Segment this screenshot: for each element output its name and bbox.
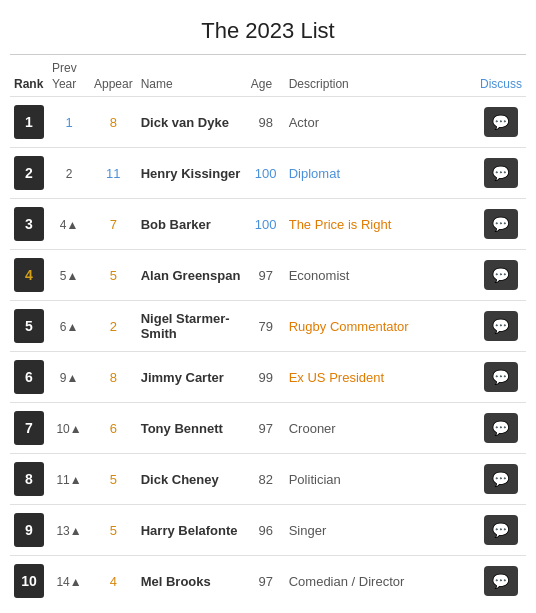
rank-cell-td: 3 <box>10 199 48 250</box>
discuss-cell: 💬 <box>476 454 526 505</box>
rank-badge: 6 <box>14 360 44 394</box>
discuss-button[interactable]: 💬 <box>484 515 518 545</box>
name-cell: Mel Brooks <box>137 556 247 607</box>
name-cell: Bob Barker <box>137 199 247 250</box>
age-cell: 97 <box>247 556 285 607</box>
table-row: 710▲6Tony Bennett97Crooner💬 <box>10 403 526 454</box>
discuss-cell: 💬 <box>476 97 526 148</box>
col-rank: Rank <box>10 55 48 97</box>
discuss-button[interactable]: 💬 <box>484 311 518 341</box>
main-table: Rank PrevYear Appear Name Age Descriptio… <box>10 55 526 606</box>
table-row: 811▲5Dick Cheney82Politician💬 <box>10 454 526 505</box>
prev-year-cell: 1 <box>48 97 90 148</box>
rank-badge: 5 <box>14 309 44 343</box>
discuss-button[interactable]: 💬 <box>484 566 518 596</box>
appear-cell: 2 <box>90 301 137 352</box>
discuss-button[interactable]: 💬 <box>484 362 518 392</box>
description-cell: Singer <box>285 505 476 556</box>
discuss-cell: 💬 <box>476 199 526 250</box>
table-container: Rank PrevYear Appear Name Age Descriptio… <box>0 55 536 606</box>
discuss-cell: 💬 <box>476 556 526 607</box>
appear-cell: 5 <box>90 250 137 301</box>
prev-year-cell: 10▲ <box>48 403 90 454</box>
rank-badge: 9 <box>14 513 44 547</box>
discuss-button[interactable]: 💬 <box>484 464 518 494</box>
prev-year-cell: 11▲ <box>48 454 90 505</box>
age-cell: 96 <box>247 505 285 556</box>
table-row: 69▲8Jimmy Carter99Ex US President💬 <box>10 352 526 403</box>
col-name: Name <box>137 55 247 97</box>
age-cell: 97 <box>247 403 285 454</box>
discuss-button[interactable]: 💬 <box>484 260 518 290</box>
description-cell: Actor <box>285 97 476 148</box>
name-cell: Dick Cheney <box>137 454 247 505</box>
name-cell: Harry Belafonte <box>137 505 247 556</box>
discuss-cell: 💬 <box>476 403 526 454</box>
rank-badge: 7 <box>14 411 44 445</box>
rank-cell-td: 4 <box>10 250 48 301</box>
appear-cell: 11 <box>90 148 137 199</box>
table-row: 913▲5Harry Belafonte96Singer💬 <box>10 505 526 556</box>
discuss-cell: 💬 <box>476 250 526 301</box>
name-cell: Alan Greenspan <box>137 250 247 301</box>
age-cell: 82 <box>247 454 285 505</box>
rank-cell-td: 7 <box>10 403 48 454</box>
description-cell: Politician <box>285 454 476 505</box>
discuss-button[interactable]: 💬 <box>484 413 518 443</box>
page-title: The 2023 List <box>0 0 536 54</box>
table-row: 56▲2Nigel Starmer-Smith79Rugby Commentat… <box>10 301 526 352</box>
description-cell: Crooner <box>285 403 476 454</box>
col-age: Age <box>247 55 285 97</box>
prev-year-cell: 5▲ <box>48 250 90 301</box>
description-cell: Ex US President <box>285 352 476 403</box>
discuss-cell: 💬 <box>476 505 526 556</box>
appear-cell: 7 <box>90 199 137 250</box>
description-cell: Economist <box>285 250 476 301</box>
col-description: Description <box>285 55 476 97</box>
rank-cell-td: 10 <box>10 556 48 607</box>
description-cell: Rugby Commentator <box>285 301 476 352</box>
name-cell: Nigel Starmer-Smith <box>137 301 247 352</box>
description-cell: Comedian / Director <box>285 556 476 607</box>
col-appear: Appear <box>90 55 137 97</box>
rank-cell-td: 9 <box>10 505 48 556</box>
name-cell: Henry Kissinger <box>137 148 247 199</box>
rank-cell-td: 5 <box>10 301 48 352</box>
rank-badge: 1 <box>14 105 44 139</box>
description-cell: The Price is Right <box>285 199 476 250</box>
col-prev-year: PrevYear <box>48 55 90 97</box>
prev-year-cell: 6▲ <box>48 301 90 352</box>
age-cell: 98 <box>247 97 285 148</box>
prev-year-cell: 4▲ <box>48 199 90 250</box>
col-discuss: Discuss <box>476 55 526 97</box>
age-cell: 100 <box>247 148 285 199</box>
discuss-cell: 💬 <box>476 148 526 199</box>
discuss-button[interactable]: 💬 <box>484 107 518 137</box>
age-cell: 100 <box>247 199 285 250</box>
appear-cell: 8 <box>90 352 137 403</box>
discuss-button[interactable]: 💬 <box>484 209 518 239</box>
prev-year-cell: 14▲ <box>48 556 90 607</box>
rank-badge: 3 <box>14 207 44 241</box>
rank-cell-td: 2 <box>10 148 48 199</box>
rank-cell-td: 8 <box>10 454 48 505</box>
rank-badge: 2 <box>14 156 44 190</box>
appear-cell: 5 <box>90 505 137 556</box>
table-header-row: Rank PrevYear Appear Name Age Descriptio… <box>10 55 526 97</box>
appear-cell: 4 <box>90 556 137 607</box>
table-row: 2211Henry Kissinger100Diplomat💬 <box>10 148 526 199</box>
rank-cell-td: 6 <box>10 352 48 403</box>
discuss-button[interactable]: 💬 <box>484 158 518 188</box>
discuss-cell: 💬 <box>476 301 526 352</box>
table-row: 118Dick van Dyke98Actor💬 <box>10 97 526 148</box>
prev-year-cell: 9▲ <box>48 352 90 403</box>
age-cell: 79 <box>247 301 285 352</box>
discuss-cell: 💬 <box>476 352 526 403</box>
name-cell: Tony Bennett <box>137 403 247 454</box>
rank-cell-td: 1 <box>10 97 48 148</box>
prev-year-cell: 2 <box>48 148 90 199</box>
rank-badge: 10 <box>14 564 44 598</box>
prev-year-cell: 13▲ <box>48 505 90 556</box>
appear-cell: 5 <box>90 454 137 505</box>
table-row: 1014▲4Mel Brooks97Comedian / Director💬 <box>10 556 526 607</box>
